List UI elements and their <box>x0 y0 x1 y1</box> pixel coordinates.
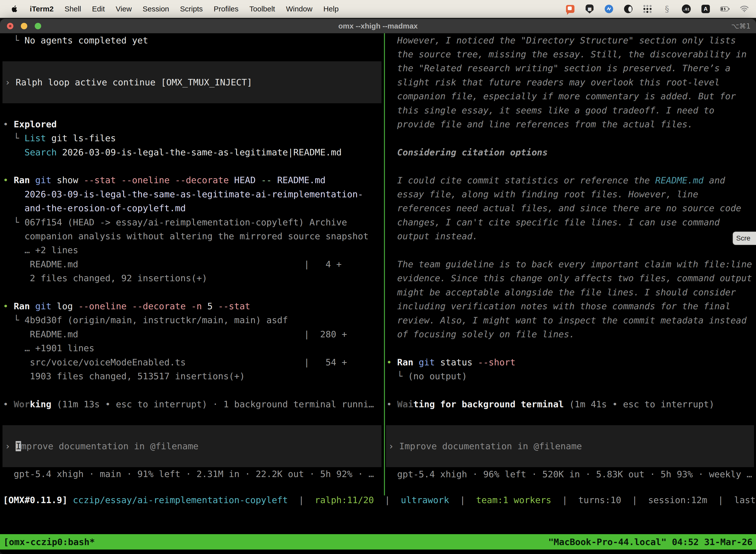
prompt-input-box[interactable]: › Ralph loop active continue [OMX_TMUX_I… <box>2 61 381 103</box>
iterm2-window: omx --xhigh --madmax ⌥⌘1 └ No agents com… <box>0 19 756 554</box>
terminal-row <box>385 411 756 425</box>
terminal-row <box>0 159 384 173</box>
terminal-row: slight risk that future readers may over… <box>385 75 756 89</box>
terminal-row: might be acceptable alongside the file l… <box>385 285 756 299</box>
terminal-row: README.md | 4 + <box>0 257 384 271</box>
terminal-row: the "Related research writing" section i… <box>385 61 756 75</box>
terminal-row: src/voice/voiceModeEnabled.ts | 54 + <box>0 355 384 369</box>
terminal-row: gpt-5.4 xhigh · 96% left · 520K in · 5.8… <box>385 467 756 481</box>
terminal-row: I could cite commit statistics or refere… <box>385 173 756 187</box>
tmux-session-label: [omx-cczip0:bash* <box>3 537 95 547</box>
terminal-row: companion analysis without altering the … <box>0 229 384 243</box>
terminal-row: • Ran git status --short <box>385 355 756 369</box>
terminal-row: • Explored <box>0 117 384 131</box>
apple-logo-icon <box>11 5 18 13</box>
terminal-row: review. Also, I might want to inspect th… <box>385 313 756 327</box>
prompt-input-box[interactable]: › Improve documentation in @filename <box>2 425 381 467</box>
terminal-row: of focusing solely on file lines. <box>385 327 756 341</box>
shield-icon[interactable]: ▦ <box>585 4 594 14</box>
terminal-row: gpt-5.4 xhigh · main · 91% left · 2.31M … <box>0 467 384 481</box>
menu-bar: iTerm2 Shell Edit View Session Scripts P… <box>0 0 756 18</box>
terminal-row <box>385 159 756 173</box>
terminal-row: 2026-03-09-is-legal-the-same-as-legitima… <box>0 187 384 201</box>
menu-item-view[interactable]: View <box>116 5 132 13</box>
tmux-host-clock-label: "MacBook-Pro-44.local" 04:52 31-Mar-26 <box>548 537 753 547</box>
terminal-row <box>385 131 756 145</box>
arc-browser-icon[interactable] <box>624 4 633 14</box>
input-source-icon[interactable]: A <box>701 4 710 14</box>
terminal-row <box>385 383 756 397</box>
tmux-pane-left[interactable]: └ No agents completed yet › Ralph loop a… <box>0 33 384 495</box>
terminal-row <box>0 383 384 397</box>
terminal-row: provide file and line references from th… <box>385 117 756 131</box>
dots-grid-icon[interactable] <box>643 4 652 14</box>
hook-icon[interactable]: § <box>662 4 672 14</box>
terminal-row: Search 2026-03-09-is-legal-the-same-as-l… <box>0 145 384 159</box>
spark-icon[interactable] <box>604 4 614 14</box>
terminal-row: The team guideline is to back every impo… <box>385 257 756 271</box>
terminal-row: … +1901 lines <box>0 341 384 355</box>
chat-icon[interactable] <box>566 4 575 14</box>
menu-item-edit[interactable]: Edit <box>92 5 105 13</box>
terminal-row: this single essay, it seems like a good … <box>385 103 756 117</box>
terminal-row: README.md | 280 + <box>0 327 384 341</box>
menu-item-window[interactable]: Window <box>286 5 313 13</box>
menu-item-profiles[interactable]: Profiles <box>213 5 238 13</box>
terminal-row: … +2 lines <box>0 243 384 257</box>
menu-item-help[interactable]: Help <box>323 5 339 13</box>
screen-share-overlay-label: Scre <box>736 234 751 242</box>
battery-icon[interactable] <box>720 4 730 14</box>
window-shortcut-badge: ⌥⌘1 <box>731 22 751 30</box>
wifi-icon[interactable] <box>740 4 749 14</box>
terminal-row: • Waiting for background terminal (1m 41… <box>385 397 756 411</box>
terminal-row: essay file, along with finding root file… <box>385 187 756 201</box>
terminal-row <box>0 47 384 61</box>
terminal-area[interactable]: └ No agents completed yet › Ralph loop a… <box>0 33 756 554</box>
window-title: omx --xhigh --madmax <box>0 22 756 30</box>
terminal-row <box>385 341 756 355</box>
terminal-row: and-the-erosion-of-copyleft.md <box>0 201 384 215</box>
terminal-row: the source tree, missing the essay. Stil… <box>385 47 756 61</box>
percent-badge-icon[interactable]: ..61 <box>682 4 691 14</box>
terminal-row <box>0 285 384 299</box>
terminal-row <box>0 411 384 425</box>
terminal-row: However, I noticed the "Directory Struct… <box>385 33 756 47</box>
apple-menu-icon[interactable] <box>9 4 19 14</box>
tmux-pane-right[interactable]: However, I noticed the "Directory Struct… <box>385 33 756 495</box>
menu-item-shell[interactable]: Shell <box>64 5 81 13</box>
window-titlebar[interactable]: omx --xhigh --madmax ⌥⌘1 <box>0 19 756 33</box>
terminal-row: └ List git ls-files <box>0 131 384 145</box>
terminal-row: evidence. Since this change only affects… <box>385 271 756 285</box>
screen-share-overlay[interactable]: Scre <box>733 232 756 245</box>
terminal-row: └ (no output) <box>385 369 756 383</box>
terminal-row: └ 067f154 (HEAD -> essay/ai-reimplementa… <box>0 215 384 229</box>
terminal-row: 1903 files changed, 513517 insertions(+) <box>0 369 384 383</box>
menu-item-scripts[interactable]: Scripts <box>180 5 203 13</box>
omx-status-line: [OMX#0.11.9] cczip/essay/ai-reimplementa… <box>0 493 756 507</box>
terminal-row: output instead. <box>385 229 756 243</box>
menu-bar-left: iTerm2 Shell Edit View Session Scripts P… <box>0 4 338 14</box>
terminal-row <box>0 103 384 117</box>
terminal-row <box>385 243 756 257</box>
terminal-row: references need actual files, and since … <box>385 201 756 215</box>
menu-item-toolbelt[interactable]: Toolbelt <box>250 5 275 13</box>
terminal-row: Considering citation options <box>385 145 756 159</box>
terminal-row: • Working (11m 13s • esc to interrupt) ·… <box>0 397 384 411</box>
terminal-row: changes, I can't cite specific file line… <box>385 215 756 229</box>
text-cursor: I <box>16 441 21 451</box>
menu-app-name[interactable]: iTerm2 <box>30 5 54 13</box>
menu-item-session[interactable]: Session <box>143 5 169 13</box>
menu-bar-status-icons: ▦ § ..61 A <box>566 4 756 14</box>
terminal-row: └ 4b9d30f (origin/main, instructkr/main,… <box>0 313 384 327</box>
terminal-row: • Ran git log --oneline --decorate -n 5 … <box>0 299 384 313</box>
terminal-row: 2 files changed, 92 insertions(+) <box>0 271 384 285</box>
terminal-row: including verification notes with those … <box>385 299 756 313</box>
tmux-status-bar: [omx-cczip0:bash* "MacBook-Pro-44.local"… <box>0 534 756 550</box>
prompt-input-box[interactable]: › Improve documentation in @filename <box>386 425 754 467</box>
terminal-row: • Ran git show --stat --oneline --decora… <box>0 173 384 187</box>
terminal-row: └ No agents completed yet <box>0 33 384 47</box>
terminal-row: companion file, especially if more comme… <box>385 89 756 103</box>
